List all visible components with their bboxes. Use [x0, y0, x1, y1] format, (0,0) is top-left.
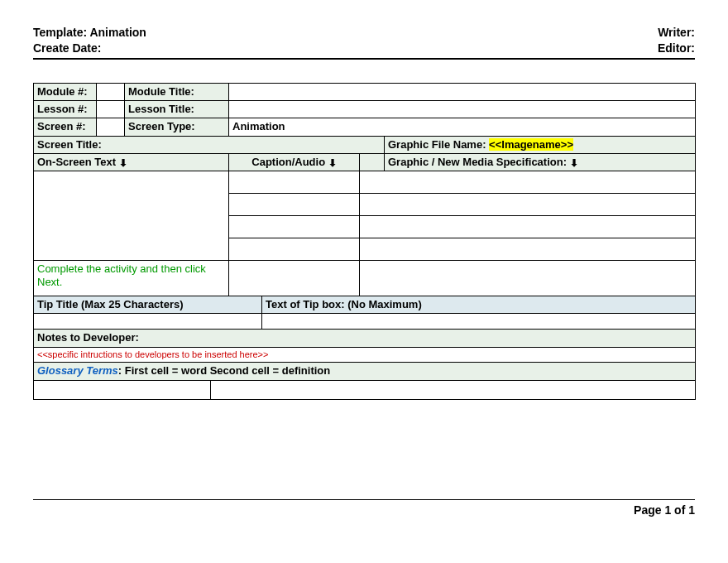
module-title-label: Module Title: — [125, 83, 229, 100]
spec-cell-1 — [360, 171, 696, 194]
caption-cell-4 — [229, 238, 360, 261]
create-date-label: Create Date: — [33, 41, 101, 56]
notes-value: <<specific intructions to developers to … — [34, 347, 696, 363]
down-arrow-icon: ⬇ — [119, 157, 127, 170]
content-row-5: Complete the activity and then click Nex… — [34, 261, 696, 296]
screen-title-label: Screen Title: — [34, 136, 385, 153]
glossary-description: : First cell = word Second cell = defini… — [118, 364, 330, 377]
columns-header-row: On-Screen Text ⬇ Caption/Audio ⬇ Graphic… — [34, 153, 696, 171]
lesson-title-label: Lesson Title: — [125, 101, 229, 118]
screen-row: Screen #: Screen Type: Animation — [34, 118, 696, 136]
content-row-1 — [34, 171, 696, 194]
caption-cell-5 — [229, 261, 360, 296]
template-label: Template: Animation — [33, 25, 146, 41]
graphic-spec-header: Graphic / New Media Specification: ⬇ — [385, 153, 696, 171]
caption-audio-label: Caption/Audio — [251, 156, 328, 168]
lesson-num-value — [97, 101, 125, 118]
module-num-label: Module #: — [34, 83, 97, 100]
screen-type-label: Screen Type: — [125, 118, 229, 136]
screen-num-label: Screen #: — [34, 118, 97, 136]
onscreen-text-header: On-Screen Text ⬇ — [34, 153, 229, 171]
graphic-file-cell: Graphic File Name: <<Imagename>> — [385, 136, 696, 153]
tip-header-row: Tip Title (Max 25 Characters) Text of Ti… — [34, 296, 696, 314]
spec-cell-2 — [360, 194, 696, 216]
caption-audio-header: Caption/Audio ⬇ — [229, 153, 360, 171]
onscreen-text-cell — [34, 171, 229, 261]
tip-text-label: Text of Tip box: (No Maximum) — [262, 296, 696, 314]
glossary-header-row: Glossary Terms: First cell = word Second… — [34, 363, 696, 380]
caption-cell-2 — [229, 194, 360, 216]
glossary-word-cell — [34, 380, 211, 399]
spec-cell-3 — [360, 216, 696, 238]
notes-label-row: Notes to Developer: — [34, 330, 696, 347]
glossary-value-row — [34, 380, 696, 399]
tip-title-value — [34, 314, 262, 330]
spacer-header — [360, 153, 385, 171]
lesson-num-label: Lesson #: — [34, 101, 97, 118]
instruction-cell: Complete the activity and then click Nex… — [34, 261, 229, 296]
notes-value-row: <<specific intructions to developers to … — [34, 347, 696, 363]
document-header: Template: Animation Writer: Create Date:… — [33, 25, 695, 60]
caption-cell-3 — [229, 216, 360, 238]
writer-label: Writer: — [658, 25, 695, 41]
graphic-file-value: <<Imagename>> — [489, 138, 573, 151]
spec-cell-4 — [360, 238, 696, 261]
caption-cell-1 — [229, 171, 360, 194]
tip-title-label: Tip Title (Max 25 Characters) — [34, 296, 262, 314]
down-arrow-icon: ⬇ — [328, 157, 337, 170]
graphic-spec-label: Graphic / New Media Specification: — [388, 156, 570, 168]
graphic-file-label: Graphic File Name: — [388, 138, 489, 151]
module-row: Module #: Module Title: — [34, 83, 696, 100]
tip-text-value — [262, 314, 696, 330]
glossary-definition-cell — [211, 380, 696, 399]
storyboard-form: Module #: Module Title: Lesson #: Lesson… — [33, 83, 696, 400]
module-title-value — [229, 83, 696, 100]
notes-label: Notes to Developer: — [34, 330, 696, 347]
lesson-title-value — [229, 101, 696, 118]
screen-type-value: Animation — [229, 118, 696, 136]
spec-cell-5 — [360, 261, 696, 296]
screen-num-value — [97, 118, 125, 136]
glossary-header: Glossary Terms: First cell = word Second… — [34, 363, 696, 380]
lesson-row: Lesson #: Lesson Title: — [34, 101, 696, 118]
glossary-label: Glossary Terms — [37, 364, 118, 377]
tip-value-row — [34, 314, 696, 330]
module-num-value — [97, 83, 125, 100]
title-file-row: Screen Title: Graphic File Name: <<Image… — [34, 136, 696, 153]
editor-label: Editor: — [658, 41, 695, 56]
onscreen-text-label: On-Screen Text — [37, 156, 119, 168]
down-arrow-icon: ⬇ — [570, 157, 578, 170]
page-number: Page 1 of 1 — [33, 500, 695, 517]
